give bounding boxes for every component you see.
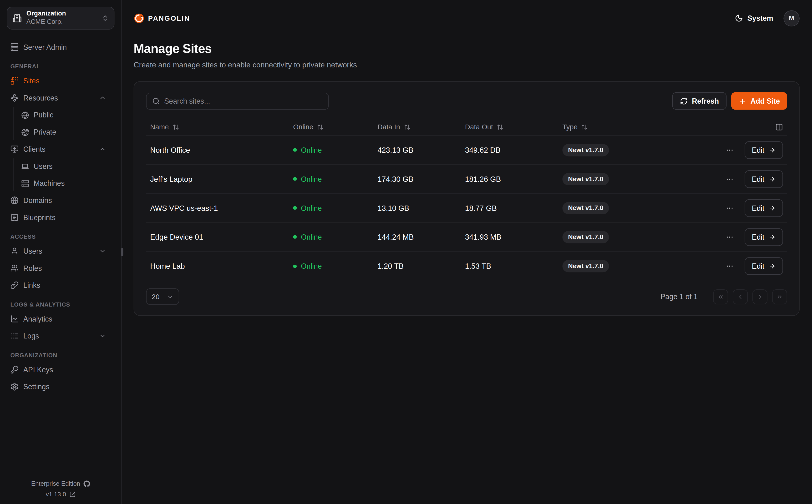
row-menu-button[interactable]	[726, 204, 734, 212]
sidebar-item-label: Roles	[23, 264, 42, 272]
server-icon	[21, 179, 29, 187]
site-name: North Office	[146, 146, 289, 154]
sidebar-scrollbar-thumb[interactable]	[121, 248, 123, 256]
chevron-down-icon	[99, 247, 106, 255]
status-badge: Online	[293, 233, 322, 241]
data-out-value: 1.53 TB	[461, 262, 558, 270]
sidebar-item-links[interactable]: Links	[7, 277, 114, 293]
edit-button[interactable]: Edit	[745, 170, 783, 188]
pangolin-logo-icon	[134, 13, 145, 24]
site-name: Jeff's Laptop	[146, 175, 289, 183]
edit-button[interactable]: Edit	[745, 141, 783, 159]
edit-button[interactable]: Edit	[745, 257, 783, 275]
sidebar-item-label: Users	[34, 162, 52, 170]
search-box	[146, 92, 329, 110]
sidebar-item-settings[interactable]: Settings	[7, 379, 114, 394]
sidebar-item-machines[interactable]: Machines	[20, 176, 114, 191]
sidebar-item-analytics[interactable]: Analytics	[7, 311, 114, 327]
sidebar-item-logs[interactable]: Logs	[7, 328, 114, 344]
sidebar-item-private[interactable]: Private	[20, 124, 114, 140]
org-switcher[interactable]: Organization ACME Corp.	[7, 7, 114, 30]
sidebar-item-sites[interactable]: Sites	[7, 73, 114, 88]
prev-page-button[interactable]	[733, 289, 748, 304]
online-dot-icon	[293, 264, 297, 268]
page-size-select[interactable]: 20	[146, 288, 179, 305]
sidebar: Organization ACME Corp. Server Admin GEN…	[0, 0, 122, 504]
data-in-value: 1.20 TB	[373, 262, 461, 270]
table-header: Name Online Data In Data Out	[146, 119, 787, 136]
page-info: Page 1 of 1	[660, 292, 698, 301]
org-switcher-label: Organization	[26, 10, 97, 18]
table-row: AWS VPC us-east-1 Online 13.10 GB 18.77 …	[146, 194, 787, 223]
column-header-online[interactable]: Online	[289, 123, 373, 131]
first-page-button[interactable]	[713, 289, 728, 304]
table-row: Jeff's Laptop Online 174.30 GB 181.26 GB…	[146, 165, 787, 194]
edit-button[interactable]: Edit	[745, 228, 783, 246]
clients-subgroup: Users Machines	[14, 158, 114, 191]
sort-icon[interactable]	[497, 124, 503, 130]
sidebar-item-clients[interactable]: Clients	[7, 141, 114, 157]
brand[interactable]: PANGOLIN	[134, 13, 190, 24]
row-menu-button[interactable]	[726, 175, 734, 183]
sidebar-item-roles[interactable]: Roles	[7, 260, 114, 276]
sidebar-item-resources[interactable]: Resources	[7, 90, 114, 106]
sort-icon[interactable]	[581, 124, 588, 130]
theme-toggle[interactable]: System	[735, 14, 773, 22]
column-header-type[interactable]: Type	[558, 123, 690, 131]
arrow-right-icon	[768, 146, 776, 153]
sidebar-item-public[interactable]: Public	[20, 107, 114, 123]
row-menu-button[interactable]	[726, 233, 734, 241]
sidebar-item-blueprints[interactable]: Blueprints	[7, 210, 114, 225]
waypoints-icon	[10, 94, 19, 102]
version-line[interactable]: v1.13.0	[0, 491, 121, 498]
gear-icon	[10, 383, 19, 391]
last-page-button[interactable]	[772, 289, 787, 304]
sidebar-item-label: Settings	[23, 383, 50, 391]
sidebar-item-label: Machines	[34, 179, 65, 187]
next-page-button[interactable]	[752, 289, 767, 304]
brand-name: PANGOLIN	[148, 14, 190, 22]
row-menu-button[interactable]	[726, 262, 734, 270]
edition-line[interactable]: Enterprise Edition	[0, 480, 121, 487]
data-in-value: 144.24 MB	[373, 233, 461, 241]
arrow-right-icon	[768, 175, 776, 182]
type-badge: Newt v1.7.0	[562, 173, 609, 185]
column-header-data-out[interactable]: Data Out	[461, 123, 558, 131]
table-footer: 20 Page 1 of 1	[146, 288, 787, 305]
plus-icon	[739, 97, 746, 105]
sort-icon[interactable]	[173, 124, 179, 130]
row-menu-button[interactable]	[726, 146, 734, 154]
column-header-name[interactable]: Name	[146, 123, 289, 131]
monitor-up-icon	[10, 145, 19, 153]
sort-icon[interactable]	[317, 124, 324, 130]
data-out-value: 341.93 MB	[461, 233, 558, 241]
edit-button[interactable]: Edit	[745, 199, 783, 217]
type-badge: Newt v1.7.0	[562, 260, 609, 272]
key-icon	[10, 365, 19, 374]
logs-icon	[10, 332, 19, 340]
sidebar-item-server-admin[interactable]: Server Admin	[7, 39, 114, 55]
laptop-icon	[21, 162, 29, 170]
sidebar-item-api-keys[interactable]: API Keys	[7, 362, 114, 377]
sidebar-item-domains[interactable]: Domains	[7, 193, 114, 208]
sort-icon[interactable]	[404, 124, 410, 130]
data-out-value: 181.26 GB	[461, 175, 558, 183]
sites-icon	[10, 77, 19, 85]
sidebar-item-label: Domains	[23, 196, 52, 205]
search-input[interactable]	[164, 97, 323, 105]
globe-icon	[10, 196, 19, 205]
arrow-right-icon	[768, 233, 776, 240]
sidebar-item-users[interactable]: Users	[7, 243, 114, 259]
data-in-value: 174.30 GB	[373, 175, 461, 183]
arrow-right-icon	[768, 262, 776, 270]
org-switcher-value: ACME Corp.	[26, 18, 97, 26]
column-header-data-in[interactable]: Data In	[373, 123, 461, 131]
building-icon	[12, 14, 22, 23]
columns-toggle-icon[interactable]	[775, 123, 783, 131]
refresh-button[interactable]: Refresh	[672, 92, 727, 110]
sidebar-item-client-users[interactable]: Users	[20, 158, 114, 174]
add-site-button[interactable]: Add Site	[731, 92, 787, 110]
resources-subgroup: Public Private	[14, 107, 114, 140]
chevrons-right-icon	[776, 293, 783, 300]
avatar[interactable]: M	[783, 10, 799, 26]
